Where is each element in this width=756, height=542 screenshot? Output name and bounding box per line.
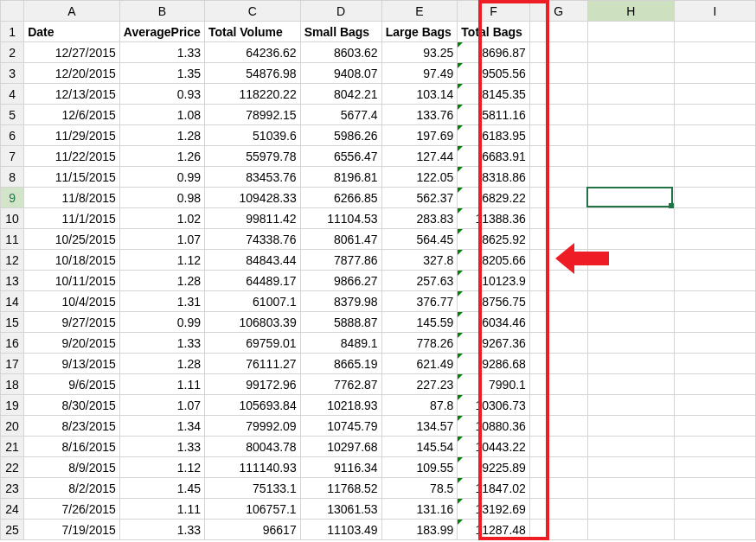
cell-E8[interactable]: 122.05 (381, 167, 458, 188)
cell-G23[interactable] (529, 478, 587, 499)
cell-E25[interactable]: 183.99 (381, 520, 458, 540)
row-header-9[interactable]: 9 (1, 188, 24, 208)
cell-A1[interactable]: Date (24, 22, 120, 42)
cell-B21[interactable]: 1.33 (119, 437, 204, 457)
row-header-2[interactable]: 2 (1, 42, 24, 63)
cell-A9[interactable]: 11/8/2015 (24, 188, 120, 208)
cell-B4[interactable]: 0.93 (119, 84, 204, 105)
row-header-18[interactable]: 18 (1, 374, 24, 395)
row-header-15[interactable]: 15 (1, 312, 24, 333)
cell-E6[interactable]: 197.69 (381, 125, 458, 146)
cell-B17[interactable]: 1.28 (119, 354, 204, 374)
cell-A17[interactable]: 9/13/2015 (24, 354, 120, 374)
cell-B3[interactable]: 1.35 (119, 63, 204, 84)
cell-C24[interactable]: 106757.1 (204, 499, 300, 520)
cell-D11[interactable]: 8061.47 (300, 229, 381, 250)
cell-G3[interactable] (529, 63, 587, 84)
cell-I5[interactable] (674, 105, 755, 125)
cell-G20[interactable] (529, 416, 587, 437)
cell-D25[interactable]: 11103.49 (300, 520, 381, 540)
cell-G2[interactable] (529, 42, 587, 63)
cell-H22[interactable] (587, 457, 674, 478)
cell-F22[interactable]: 9225.89 (458, 457, 530, 478)
cell-C20[interactable]: 79992.09 (204, 416, 300, 437)
cell-I22[interactable] (674, 457, 755, 478)
cell-I6[interactable] (674, 125, 755, 146)
row-header-24[interactable]: 24 (1, 499, 24, 520)
cell-B6[interactable]: 1.28 (119, 125, 204, 146)
cell-D4[interactable]: 8042.21 (300, 84, 381, 105)
cell-B9[interactable]: 0.98 (119, 188, 204, 208)
cell-E21[interactable]: 145.54 (381, 437, 458, 457)
cell-G6[interactable] (529, 125, 587, 146)
row-header-8[interactable]: 8 (1, 167, 24, 188)
cell-F6[interactable]: 6183.95 (458, 125, 530, 146)
cell-A15[interactable]: 9/27/2015 (24, 312, 120, 333)
cell-C7[interactable]: 55979.78 (204, 146, 300, 167)
cell-F9[interactable]: 6829.22 (458, 188, 530, 208)
cell-H3[interactable] (587, 63, 674, 84)
cell-H18[interactable] (587, 374, 674, 395)
cell-I13[interactable] (674, 271, 755, 291)
col-header-E[interactable]: E (381, 1, 458, 22)
cell-A25[interactable]: 7/19/2015 (24, 520, 120, 540)
cell-A8[interactable]: 11/15/2015 (24, 167, 120, 188)
cell-H5[interactable] (587, 105, 674, 125)
cell-F2[interactable]: 8696.87 (458, 42, 530, 63)
cell-D22[interactable]: 9116.34 (300, 457, 381, 478)
cell-H2[interactable] (587, 42, 674, 63)
spreadsheet-grid[interactable]: A B C D E F G H I 1DateAveragePriceTotal… (0, 0, 756, 540)
row-header-22[interactable]: 22 (1, 457, 24, 478)
cell-D21[interactable]: 10297.68 (300, 437, 381, 457)
cell-A3[interactable]: 12/20/2015 (24, 63, 120, 84)
cell-I14[interactable] (674, 291, 755, 312)
col-header-C[interactable]: C (204, 1, 300, 22)
row-header-14[interactable]: 14 (1, 291, 24, 312)
row-header-10[interactable]: 10 (1, 208, 24, 229)
cell-A2[interactable]: 12/27/2015 (24, 42, 120, 63)
cell-F3[interactable]: 9505.56 (458, 63, 530, 84)
cell-B2[interactable]: 1.33 (119, 42, 204, 63)
cell-C8[interactable]: 83453.76 (204, 167, 300, 188)
cell-A12[interactable]: 10/18/2015 (24, 250, 120, 271)
cell-H20[interactable] (587, 416, 674, 437)
cell-D14[interactable]: 8379.98 (300, 291, 381, 312)
cell-B1[interactable]: AveragePrice (119, 22, 204, 42)
cell-H19[interactable] (587, 395, 674, 416)
col-header-A[interactable]: A (24, 1, 120, 22)
cell-E23[interactable]: 78.5 (381, 478, 458, 499)
row-header-23[interactable]: 23 (1, 478, 24, 499)
cell-E9[interactable]: 562.37 (381, 188, 458, 208)
col-header-F[interactable]: F (458, 1, 530, 22)
cell-F15[interactable]: 6034.46 (458, 312, 530, 333)
cell-G18[interactable] (529, 374, 587, 395)
cell-A7[interactable]: 11/22/2015 (24, 146, 120, 167)
cell-A20[interactable]: 8/23/2015 (24, 416, 120, 437)
cell-E22[interactable]: 109.55 (381, 457, 458, 478)
cell-I3[interactable] (674, 63, 755, 84)
cell-E18[interactable]: 227.23 (381, 374, 458, 395)
cell-D3[interactable]: 9408.07 (300, 63, 381, 84)
cell-E12[interactable]: 327.8 (381, 250, 458, 271)
cell-E10[interactable]: 283.83 (381, 208, 458, 229)
cell-G25[interactable] (529, 520, 587, 540)
cell-F23[interactable]: 11847.02 (458, 478, 530, 499)
cell-A23[interactable]: 8/2/2015 (24, 478, 120, 499)
cell-I9[interactable] (674, 188, 755, 208)
cell-G10[interactable] (529, 208, 587, 229)
col-header-H[interactable]: H (587, 1, 674, 22)
cell-E24[interactable]: 131.16 (381, 499, 458, 520)
cell-I20[interactable] (674, 416, 755, 437)
cell-C1[interactable]: Total Volume (204, 22, 300, 42)
cell-D13[interactable]: 9866.27 (300, 271, 381, 291)
cell-D6[interactable]: 5986.26 (300, 125, 381, 146)
cell-I17[interactable] (674, 354, 755, 374)
cell-A16[interactable]: 9/20/2015 (24, 333, 120, 354)
cell-C11[interactable]: 74338.76 (204, 229, 300, 250)
cell-F20[interactable]: 10880.36 (458, 416, 530, 437)
cell-A6[interactable]: 11/29/2015 (24, 125, 120, 146)
cell-E20[interactable]: 134.57 (381, 416, 458, 437)
cell-I7[interactable] (674, 146, 755, 167)
cell-C22[interactable]: 111140.93 (204, 457, 300, 478)
cell-F4[interactable]: 8145.35 (458, 84, 530, 105)
